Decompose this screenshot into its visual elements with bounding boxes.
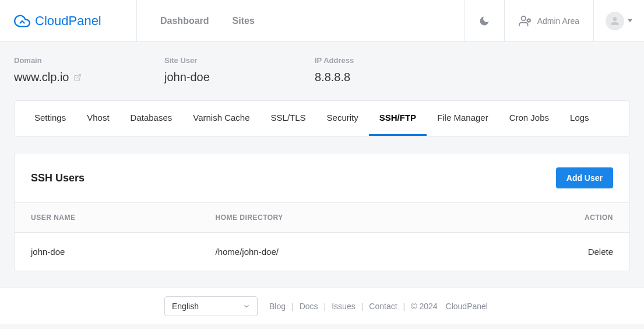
footer-issues[interactable]: Issues [332, 302, 355, 311]
info-ip-value: 8.8.8.8 [315, 71, 465, 84]
col-action: Action [537, 203, 629, 233]
tabs-panel: Settings Vhost Databases Varnish Cache S… [14, 100, 630, 136]
footer: English Blog | Docs | Issues | Contact |… [0, 288, 644, 324]
info-domain-label: Domain [14, 56, 164, 65]
avatar [606, 12, 624, 30]
tab-varnish-cache[interactable]: Varnish Cache [182, 101, 260, 136]
ssh-users-header: SSH Users Add User [15, 153, 629, 202]
add-user-button[interactable]: Add User [556, 167, 613, 188]
chevron-down-icon [628, 19, 632, 22]
col-homedir: Home Directory [199, 203, 537, 233]
info-domain-value[interactable]: www.clp.io [14, 71, 69, 84]
content-area: Domain www.clp.io Site User john-doe IP … [0, 42, 644, 271]
footer-copyright: © 2024 [411, 302, 437, 311]
external-link-icon[interactable] [73, 74, 82, 82]
tab-file-manager[interactable]: File Manager [427, 101, 499, 136]
tab-cron-jobs[interactable]: Cron Jobs [499, 101, 559, 136]
info-domain: Domain www.clp.io [14, 56, 164, 84]
footer-docs[interactable]: Docs [300, 302, 318, 311]
cell-homedir: /home/john-doe/ [199, 233, 537, 271]
ssh-users-title: SSH Users [31, 172, 85, 184]
cell-username: john-doe [15, 233, 199, 271]
info-ip: IP Address 8.8.8.8 [315, 56, 465, 84]
footer-blog[interactable]: Blog [269, 302, 286, 311]
info-siteuser: Site User john-doe [164, 56, 315, 84]
nav-dashboard[interactable]: Dashboard [160, 16, 209, 26]
tab-logs[interactable]: Logs [559, 101, 600, 136]
footer-contact[interactable]: Contact [369, 302, 397, 311]
topbar-right: Admin Area [464, 0, 644, 41]
brand-text: CloudPanel [35, 13, 101, 29]
col-username: User Name [15, 203, 199, 233]
site-info: Domain www.clp.io Site User john-doe IP … [14, 42, 630, 100]
tab-vhost[interactable]: Vhost [76, 101, 119, 136]
ssh-users-card: SSH Users Add User User Name Home Direct… [14, 153, 630, 271]
ssh-users-table: User Name Home Directory Action john-doe… [15, 202, 629, 271]
language-select[interactable]: English [164, 296, 258, 316]
tab-settings[interactable]: Settings [15, 101, 76, 136]
info-ip-label: IP Address [315, 56, 465, 65]
theme-toggle[interactable] [464, 0, 504, 41]
footer-product[interactable]: CloudPanel [446, 302, 488, 311]
tab-ssh-ftp[interactable]: SSH/FTP [369, 101, 427, 136]
users-gear-icon [519, 15, 532, 27]
cloud-icon [14, 13, 30, 29]
footer-links: Blog | Docs | Issues | Contact | © 2024 … [269, 302, 488, 311]
brand[interactable]: CloudPanel [0, 0, 137, 41]
tab-databases[interactable]: Databases [120, 101, 183, 136]
nav-sites[interactable]: Sites [233, 16, 255, 26]
topbar: CloudPanel Dashboard Sites Admin Area [0, 0, 644, 42]
tabs: Settings Vhost Databases Varnish Cache S… [15, 101, 629, 136]
svg-point-0 [521, 16, 525, 20]
user-menu[interactable] [593, 0, 644, 41]
moon-icon [478, 15, 490, 27]
delete-link[interactable]: Delete [588, 247, 613, 257]
tab-security[interactable]: Security [316, 101, 369, 136]
top-nav: Dashboard Sites [137, 0, 464, 41]
language-value: English [172, 302, 199, 311]
tab-ssl-tls[interactable]: SSL/TLS [261, 101, 316, 136]
chevron-down-icon [243, 303, 250, 310]
info-siteuser-label: Site User [164, 56, 315, 65]
info-siteuser-value: john-doe [164, 71, 315, 84]
admin-area-label: Admin Area [537, 16, 579, 26]
svg-line-2 [77, 74, 80, 78]
table-row: john-doe /home/john-doe/ Delete [15, 233, 629, 271]
admin-area-link[interactable]: Admin Area [504, 0, 593, 41]
